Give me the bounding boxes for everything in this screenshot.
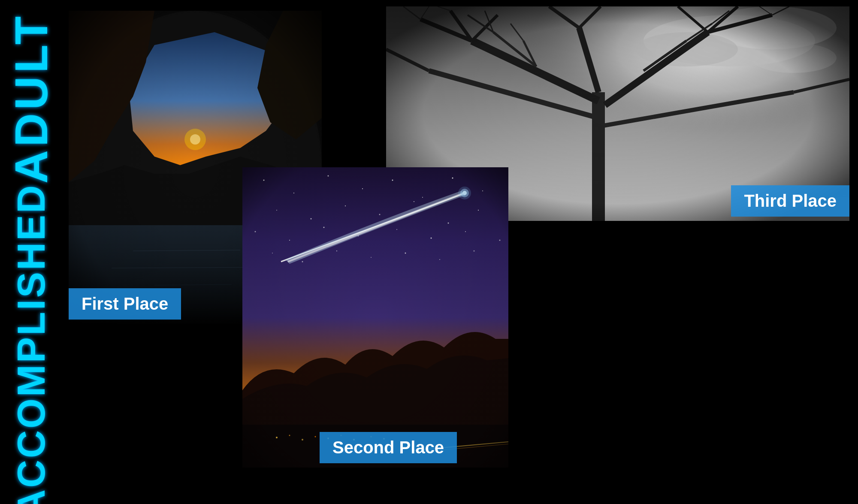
third-place-label: Third Place	[731, 185, 849, 217]
svg-rect-94	[242, 167, 508, 468]
photo-second: Second Place	[242, 167, 508, 468]
first-place-label: First Place	[69, 288, 181, 320]
title-adult: ADULT	[8, 13, 54, 184]
title-accomplished: ACCOMPLISHED	[12, 184, 51, 504]
second-place-label: Second Place	[320, 432, 457, 463]
vertical-title: ADULT ACCOMPLISHED	[0, 9, 62, 498]
